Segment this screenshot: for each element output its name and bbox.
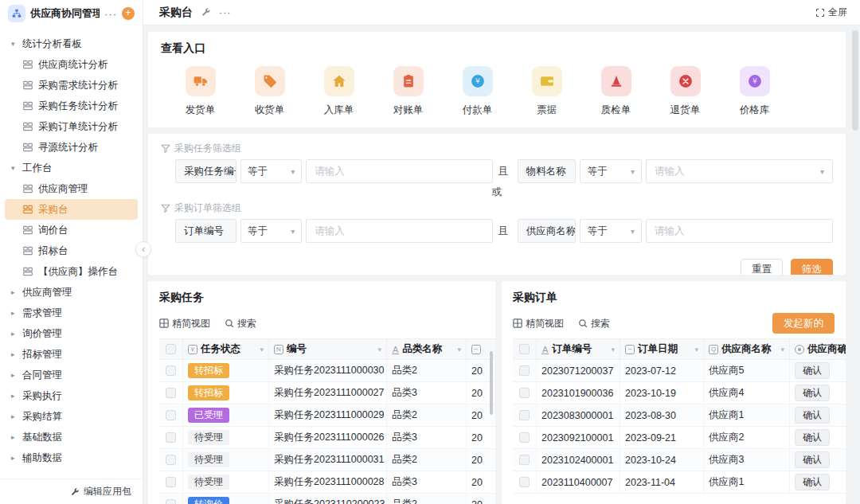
material-field-selector[interactable]: 物料名称 — [518, 159, 577, 183]
confirm-button[interactable]: 确认 — [795, 451, 830, 468]
compact-view-button[interactable]: 精简视图 — [159, 317, 210, 330]
nav-group-collapsed[interactable]: ▸ 招标管理 — [5, 344, 138, 365]
row-checkbox[interactable] — [513, 449, 537, 471]
confirm-button[interactable]: 确认 — [795, 429, 830, 446]
topbar-more-button[interactable]: ··· — [219, 7, 232, 18]
column-header-order-date[interactable]: −订单日期▾ — [620, 339, 704, 359]
nav-group-workbench[interactable]: ▾ 工作台 — [5, 158, 138, 178]
row-checkbox[interactable] — [513, 382, 537, 404]
entry-invoice[interactable]: 票据 — [512, 66, 581, 117]
task-table-row[interactable]: 转招标 采购任务2023111000027 品类3 20 — [159, 382, 495, 404]
order-table-row[interactable]: 2023083000001 2023-08-30 供应商1 确认 — [513, 404, 846, 427]
order-value-input[interactable]: 请输入 — [306, 219, 493, 243]
entry-price-library[interactable]: ¥ 价格库 — [720, 66, 789, 117]
row-checkbox[interactable] — [513, 471, 537, 493]
entry-statement[interactable]: 对账单 — [373, 66, 443, 117]
add-app-button[interactable]: + — [122, 7, 135, 20]
order-operator-select[interactable]: 等于▾ — [240, 219, 303, 243]
entry-payment-note[interactable]: ¥ 付款单 — [443, 66, 512, 117]
confirm-button[interactable]: 确认 — [795, 407, 830, 424]
column-header-category[interactable]: A品类名称▾ — [387, 339, 467, 359]
task-table-row[interactable]: 待受理 采购任务2023111000026 品类3 20 — [159, 427, 495, 449]
sidebar-item-procurement-desk-active[interactable]: 采购台 — [5, 199, 138, 220]
nav-group-collapsed[interactable]: ▸ 合同管理 — [5, 365, 138, 385]
order-table-row[interactable]: 2023101900036 2023-10-19 供应商4 确认 — [513, 382, 846, 404]
supplier-field-selector[interactable]: 供应商名称 — [518, 219, 577, 243]
edit-app-package-button[interactable]: 编辑应用包 — [0, 479, 143, 504]
column-header-code[interactable]: N编号▾ — [269, 339, 387, 359]
sidebar-item[interactable]: 采购任务统计分析 — [5, 96, 138, 116]
column-header-order-no[interactable]: A订单编号▾ — [537, 339, 620, 359]
reset-button[interactable]: 重置 — [741, 259, 783, 275]
confirm-button[interactable]: 确认 — [795, 474, 830, 490]
nav-group-collapsed[interactable]: ▸ 询价管理 — [5, 323, 138, 344]
filter-button[interactable]: 筛选 — [791, 259, 833, 275]
fullscreen-button[interactable]: 全屏 — [815, 6, 847, 19]
sidebar-item[interactable]: 供应商统计分析 — [5, 54, 138, 75]
entry-return-note[interactable]: 退货单 — [651, 66, 720, 117]
task-table-row[interactable]: 待受理 采购任务2023111000031 品类2 20 — [159, 449, 495, 471]
sidebar-item-supplier-mgmt[interactable]: 供应商管理 — [5, 178, 138, 199]
search-button[interactable]: 搜索 — [225, 317, 256, 330]
row-checkbox[interactable] — [159, 494, 183, 504]
row-checkbox[interactable] — [159, 427, 183, 448]
row-checkbox[interactable] — [513, 404, 537, 426]
task-field-selector[interactable]: 采购任务编号 — [175, 159, 236, 183]
nav-group-collapsed[interactable]: ▸ 辅助数据 — [5, 447, 138, 468]
compact-view-button[interactable]: 精简视图 — [513, 317, 564, 330]
row-checkbox[interactable] — [159, 360, 183, 381]
nav-group-collapsed[interactable]: ▸ 基础数据 — [5, 427, 138, 447]
sidebar-more-button[interactable]: ··· — [104, 8, 117, 20]
nav-group-collapsed[interactable]: ▸ 需求管理 — [5, 303, 138, 323]
row-checkbox[interactable] — [513, 427, 537, 448]
nav-group-collapsed[interactable]: ▸ 采购执行 — [5, 385, 138, 406]
column-header-task-status[interactable]: ∨任务状态▾ — [183, 339, 269, 359]
row-checkbox[interactable] — [159, 471, 183, 493]
edit-page-button[interactable] — [201, 7, 211, 18]
sidebar-item[interactable]: 采购订单统计分析 — [5, 116, 138, 137]
supplier-value-input[interactable]: 请输入 — [646, 219, 833, 243]
task-table-row[interactable]: 转询价 采购任务2023110200023 品类2 20 — [159, 494, 495, 504]
column-header-supplier-confirm[interactable]: 供应商确认 — [790, 339, 846, 359]
nav-group-stats[interactable]: ▾ 统计分析看板 — [5, 33, 138, 54]
confirm-button[interactable]: 确认 — [795, 385, 830, 401]
sidebar-item[interactable]: 采购需求统计分析 — [5, 75, 138, 96]
column-header-date-clipped[interactable]: − — [467, 339, 489, 359]
sidebar-item-inquiry-desk[interactable]: 询价台 — [5, 220, 138, 240]
order-table-row[interactable]: 2023092100001 2023-09-21 供应商2 确认 — [513, 427, 846, 449]
entry-receipt-note[interactable]: 收货单 — [235, 66, 304, 117]
order-table-row[interactable]: 2023110400007 2023-11-04 供应商1 确认 — [513, 471, 846, 494]
select-all-checkbox[interactable] — [159, 339, 183, 359]
nav-group-collapsed[interactable]: ▸ 供应商管理 — [5, 282, 138, 303]
entry-quality-check-note[interactable]: 质检单 — [581, 66, 651, 117]
task-value-input[interactable]: 请输入 — [306, 159, 493, 183]
task-table-row[interactable]: 已受理 采购任务2023111000029 品类2 20 — [159, 404, 495, 427]
nav-group-collapsed[interactable]: ▸ 采购结算 — [5, 406, 138, 427]
sidebar-item[interactable]: 寻源统计分析 — [5, 137, 138, 158]
order-table-row[interactable]: 2023102400001 2023-10-24 供应商3 确认 — [513, 449, 846, 471]
material-operator-select[interactable]: 等于▾ — [580, 159, 642, 183]
entry-shipment-note[interactable]: 发货单 — [166, 66, 235, 117]
sidebar-item-supplier-ops-desk[interactable]: 【供应商】操作台 — [5, 261, 138, 282]
supplier-operator-select[interactable]: 等于▾ — [580, 219, 642, 243]
task-operator-select[interactable]: 等于▾ — [240, 159, 303, 183]
row-checkbox[interactable] — [513, 360, 537, 381]
scrollbar-thumb[interactable] — [852, 30, 858, 131]
entry-warehouse-in-note[interactable]: 入库单 — [304, 66, 373, 117]
task-table-row[interactable]: 转招标 采购任务2023111000030 品类2 20 — [159, 360, 495, 382]
order-table-row[interactable]: 2023071200037 2023-07-12 供应商5 确认 — [513, 360, 846, 382]
sidebar-collapse-button[interactable]: ‹ — [135, 241, 151, 257]
material-value-select[interactable]: 请输入▾ — [646, 159, 833, 183]
row-checkbox[interactable] — [159, 382, 183, 404]
row-checkbox[interactable] — [159, 449, 183, 471]
table-vertical-scrollbar[interactable] — [490, 351, 493, 415]
select-all-checkbox[interactable] — [513, 339, 537, 359]
column-header-supplier-name[interactable]: Q供应商名称▾ — [704, 339, 790, 359]
search-button[interactable]: 搜索 — [578, 317, 610, 330]
row-checkbox[interactable] — [159, 404, 183, 426]
confirm-button[interactable]: 确认 — [795, 362, 830, 379]
order-field-selector[interactable]: 订单编号 — [175, 219, 236, 243]
task-table-row[interactable]: 待受理 采购任务2023111000028 品类3 20 — [159, 471, 495, 494]
initiate-new-button[interactable]: 发起新的 — [772, 313, 835, 334]
sidebar-item-bidding-desk[interactable]: 招标台 — [5, 240, 138, 261]
